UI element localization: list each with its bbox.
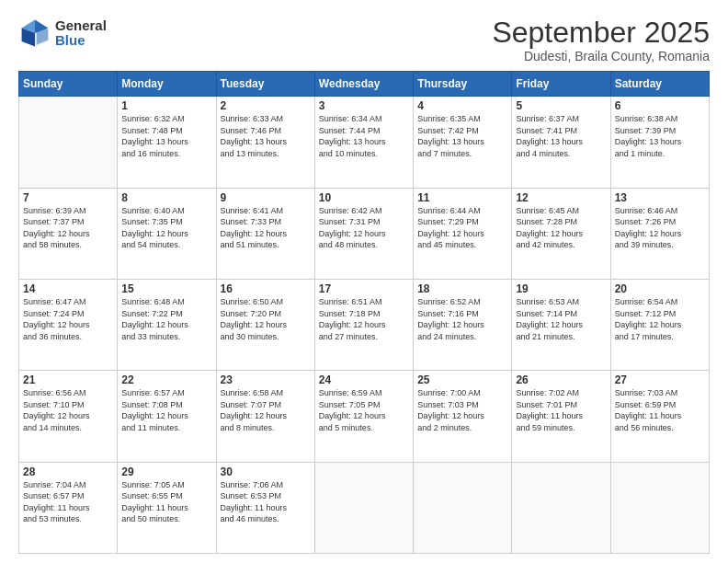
day-info: Sunrise: 7:03 AMSunset: 6:59 PMDaylight:… [615,387,705,433]
day-cell [19,97,118,188]
day-cell: 11Sunrise: 6:44 AMSunset: 7:29 PMDayligh… [414,188,512,279]
month-title: September 2025 [492,17,710,49]
day-info: Sunrise: 7:04 AMSunset: 6:57 PMDaylight:… [23,479,113,525]
day-number: 11 [417,191,507,204]
day-info: Sunrise: 6:39 AMSunset: 7:37 PMDaylight:… [23,205,113,251]
logo-icon [18,17,51,50]
day-number: 16 [221,282,311,295]
day-number: 21 [23,373,113,386]
day-cell: 7Sunrise: 6:39 AMSunset: 7:37 PMDaylight… [19,188,118,279]
day-info: Sunrise: 6:46 AMSunset: 7:26 PMDaylight:… [615,205,705,251]
day-cell: 5Sunrise: 6:37 AMSunset: 7:41 PMDaylight… [512,97,610,188]
day-number: 4 [417,99,507,112]
day-number: 30 [221,465,311,478]
day-number: 8 [121,191,211,204]
day-cell: 25Sunrise: 7:00 AMSunset: 7:03 PMDayligh… [414,371,512,462]
day-cell: 3Sunrise: 6:34 AMSunset: 7:44 PMDaylight… [314,97,413,188]
day-cell: 9Sunrise: 6:41 AMSunset: 7:33 PMDaylight… [216,188,314,279]
day-cell: 19Sunrise: 6:53 AMSunset: 7:14 PMDayligh… [512,279,610,370]
day-number: 27 [615,373,705,386]
day-header-monday: Monday [118,72,216,97]
day-header-tuesday: Tuesday [216,72,314,97]
day-cell: 2Sunrise: 6:33 AMSunset: 7:46 PMDaylight… [216,97,314,188]
day-info: Sunrise: 6:54 AMSunset: 7:12 PMDaylight:… [615,296,705,342]
day-number: 20 [615,282,705,295]
day-number: 5 [516,99,606,112]
day-cell: 4Sunrise: 6:35 AMSunset: 7:42 PMDaylight… [414,97,512,188]
day-number: 1 [121,99,211,112]
day-cell: 12Sunrise: 6:45 AMSunset: 7:28 PMDayligh… [512,188,610,279]
week-row-1: 7Sunrise: 6:39 AMSunset: 7:37 PMDaylight… [19,188,710,279]
day-info: Sunrise: 6:42 AMSunset: 7:31 PMDaylight:… [319,205,409,251]
day-number: 23 [221,373,311,386]
day-cell [314,462,413,553]
day-info: Sunrise: 6:35 AMSunset: 7:42 PMDaylight:… [417,113,507,159]
day-info: Sunrise: 7:05 AMSunset: 6:55 PMDaylight:… [121,479,211,525]
week-row-3: 21Sunrise: 6:56 AMSunset: 7:10 PMDayligh… [19,371,710,462]
logo-text: General Blue [55,18,107,49]
day-cell: 18Sunrise: 6:52 AMSunset: 7:16 PMDayligh… [414,279,512,370]
logo-blue: Blue [55,33,107,49]
logo-general: General [55,18,107,34]
day-cell: 26Sunrise: 7:02 AMSunset: 7:01 PMDayligh… [512,371,610,462]
day-info: Sunrise: 6:48 AMSunset: 7:22 PMDaylight:… [121,296,211,342]
day-cell [610,462,709,553]
week-row-2: 14Sunrise: 6:47 AMSunset: 7:24 PMDayligh… [19,279,710,370]
day-number: 24 [319,373,409,386]
day-cell [414,462,512,553]
day-info: Sunrise: 6:59 AMSunset: 7:05 PMDaylight:… [319,387,409,433]
day-info: Sunrise: 6:51 AMSunset: 7:18 PMDaylight:… [319,296,409,342]
day-number: 2 [221,99,311,112]
day-number: 17 [319,282,409,295]
title-section: September 2025 Dudesti, Braila County, R… [492,17,710,63]
day-cell: 16Sunrise: 6:50 AMSunset: 7:20 PMDayligh… [216,279,314,370]
week-row-4: 28Sunrise: 7:04 AMSunset: 6:57 PMDayligh… [19,462,710,553]
day-cell: 17Sunrise: 6:51 AMSunset: 7:18 PMDayligh… [314,279,413,370]
day-info: Sunrise: 6:34 AMSunset: 7:44 PMDaylight:… [319,113,409,159]
day-info: Sunrise: 7:02 AMSunset: 7:01 PMDaylight:… [516,387,606,433]
day-cell: 22Sunrise: 6:57 AMSunset: 7:08 PMDayligh… [118,371,216,462]
day-info: Sunrise: 6:50 AMSunset: 7:20 PMDaylight:… [221,296,311,342]
day-number: 10 [319,191,409,204]
day-info: Sunrise: 6:52 AMSunset: 7:16 PMDaylight:… [417,296,507,342]
day-number: 26 [516,373,606,386]
day-info: Sunrise: 6:38 AMSunset: 7:39 PMDaylight:… [615,113,705,159]
day-cell: 29Sunrise: 7:05 AMSunset: 6:55 PMDayligh… [118,462,216,553]
day-header-thursday: Thursday [414,72,512,97]
location: Dudesti, Braila County, Romania [492,49,710,63]
day-number: 25 [417,373,507,386]
calendar: SundayMondayTuesdayWednesdayThursdayFrid… [18,71,710,554]
day-number: 3 [319,99,409,112]
day-info: Sunrise: 6:37 AMSunset: 7:41 PMDaylight:… [516,113,606,159]
day-cell: 20Sunrise: 6:54 AMSunset: 7:12 PMDayligh… [610,279,709,370]
day-cell: 15Sunrise: 6:48 AMSunset: 7:22 PMDayligh… [118,279,216,370]
day-header-friday: Friday [512,72,610,97]
day-info: Sunrise: 6:56 AMSunset: 7:10 PMDaylight:… [23,387,113,433]
day-info: Sunrise: 6:32 AMSunset: 7:48 PMDaylight:… [121,113,211,159]
day-header-saturday: Saturday [610,72,709,97]
day-info: Sunrise: 7:00 AMSunset: 7:03 PMDaylight:… [417,387,507,433]
day-cell: 23Sunrise: 6:58 AMSunset: 7:07 PMDayligh… [216,371,314,462]
day-cell: 14Sunrise: 6:47 AMSunset: 7:24 PMDayligh… [19,279,118,370]
day-number: 6 [615,99,705,112]
day-number: 13 [615,191,705,204]
day-cell: 27Sunrise: 7:03 AMSunset: 6:59 PMDayligh… [610,371,709,462]
day-cell: 1Sunrise: 6:32 AMSunset: 7:48 PMDaylight… [118,97,216,188]
day-number: 28 [23,465,113,478]
day-number: 12 [516,191,606,204]
day-number: 14 [23,282,113,295]
day-cell: 13Sunrise: 6:46 AMSunset: 7:26 PMDayligh… [610,188,709,279]
day-header-wednesday: Wednesday [314,72,413,97]
day-number: 22 [121,373,211,386]
day-info: Sunrise: 6:40 AMSunset: 7:35 PMDaylight:… [121,205,211,251]
day-cell: 24Sunrise: 6:59 AMSunset: 7:05 PMDayligh… [314,371,413,462]
day-header-sunday: Sunday [19,72,118,97]
day-number: 15 [121,282,211,295]
day-info: Sunrise: 6:44 AMSunset: 7:29 PMDaylight:… [417,205,507,251]
day-info: Sunrise: 6:57 AMSunset: 7:08 PMDaylight:… [121,387,211,433]
day-cell: 8Sunrise: 6:40 AMSunset: 7:35 PMDaylight… [118,188,216,279]
day-info: Sunrise: 6:45 AMSunset: 7:28 PMDaylight:… [516,205,606,251]
day-info: Sunrise: 7:06 AMSunset: 6:53 PMDaylight:… [221,479,311,525]
day-number: 18 [417,282,507,295]
day-number: 19 [516,282,606,295]
